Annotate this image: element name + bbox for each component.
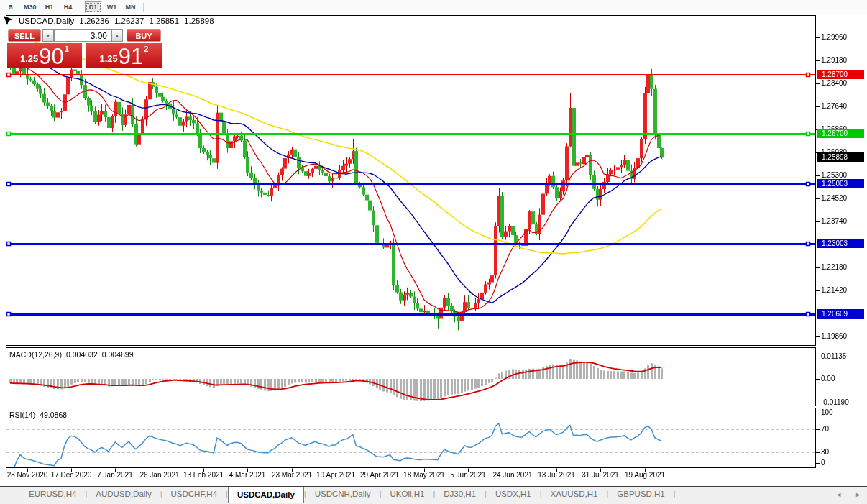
price-level-badge: 1.23003 [817,239,864,248]
macd-name: MACD(12,26,9) [9,350,62,359]
price-level-badge: 1.28700 [817,70,864,79]
chart-tab-ukoil[interactable]: UKOil,H1 [381,487,433,502]
macd-axis-label: -0.01190 [821,398,849,407]
price-axis-label: 1.29960 [821,33,847,42]
sell-price-point: 1 [65,45,69,53]
price-axis-label: 1.22180 [821,263,847,272]
chevron-down-icon: ▼ [46,33,51,38]
price-axis-label: 1.19860 [821,332,847,341]
tab-separator: | [674,487,676,502]
cursor-arrow-icon [3,15,14,27]
buy-price-prefix: 1.25 [100,54,118,63]
price-axis-label: 1.27640 [821,102,847,111]
toolbar-separator [81,3,81,12]
tab-scroll-right-icon[interactable]: ► [855,491,861,498]
volume-decrease-button[interactable]: ▼ [42,29,54,42]
chevron-up-icon: ▲ [115,33,120,38]
buy-price-box[interactable]: 1.25 91 2 [86,43,162,68]
chart-title: USDCAD,Daily 1.26236 1.26237 1.25851 1.2… [19,17,214,25]
chart-tab-usdcnh[interactable]: USDCNH,Daily [306,487,380,502]
tab-scroll-controls: ◄ ► [835,491,861,498]
price-level-badge: 1.20609 [817,309,864,319]
bar-close-value: 1.25898 [184,17,214,25]
trade-panel-top-row: SELL ▼ 3.00 ▲ BUY [7,29,162,42]
chart-tab-dj30[interactable]: DJ30,H1 [435,487,485,502]
chart-tab-bar: EURUSD,H4|AUDUSD,Daily|USDCHF,H4|USDCAD,… [0,487,867,504]
rsi-axis-label: 100 [821,408,833,417]
price-axis-label: 1.23740 [821,217,847,226]
price-axis-label: 1.21420 [821,286,847,295]
chart-canvas[interactable] [0,0,867,504]
rsi-label: RSI(14) 49.0868 [9,411,67,419]
timeframe-button-m30[interactable]: M30 [21,1,40,13]
chart-tab-audusd[interactable]: AUDUSD,Daily [87,487,160,502]
toolbar-separator [143,3,144,12]
rsi-value: 49.0868 [40,411,67,419]
tab-scroll-left-icon[interactable]: ◄ [835,491,842,498]
date-axis-label: 19 Aug 2021 [616,471,674,479]
sell-price-pips: 90 [39,46,63,67]
sell-price-box[interactable]: 1.25 90 1 [7,43,82,68]
sell-price-prefix: 1.25 [20,54,38,63]
chart-symbol-label: USDCAD,Daily [19,17,74,25]
timeframe-button-mn[interactable]: MN [122,1,139,13]
rsi-axis-label: 30 [821,448,829,457]
chart-tab-gbpusd[interactable]: GBPUSD,H1 [608,487,673,502]
trading-workspace: 5M30H1H4D1W1MN USDCAD,Daily 1.26236 1.26… [0,0,867,504]
timeframe-toolbar: 5M30H1H4D1W1MN [0,0,867,14]
volume-input[interactable]: 3.00 [54,29,111,42]
bar-high-value: 1.26237 [114,17,144,25]
rsi-axis-label: 0 [821,459,825,467]
timeframe-button-w1[interactable]: W1 [104,1,121,13]
timeframe-button-d1[interactable]: D1 [85,1,102,13]
price-level-badge: 1.26700 [817,129,864,138]
macd-signal-value: 0.004699 [102,350,134,359]
price-axis-label: 1.24520 [821,194,847,203]
macd-axis-label: 0.00 [821,375,835,383]
chart-tab-usdx[interactable]: USDX,H1 [487,487,540,502]
rsi-name: RSI(14) [9,411,35,419]
timeframe-button-h4[interactable]: H4 [60,1,77,13]
price-axis-label: 1.29180 [821,56,847,65]
chart-tab-usdcad[interactable]: USDCAD,Daily [228,487,304,503]
timeframe-button-h1[interactable]: H1 [41,1,58,13]
timeframe-button-5[interactable]: 5 [2,1,19,13]
sell-button[interactable]: SELL [8,29,41,42]
price-axis-label: 1.28400 [821,79,847,88]
buy-price-point: 2 [144,45,148,53]
price-level-badge: 1.25003 [817,179,864,188]
macd-label: MACD(12,26,9) 0.004032 0.004699 [9,350,134,359]
chart-tab-xauusd[interactable]: XAUUSD,H1 [542,487,607,502]
chart-tab-usdchf[interactable]: USDCHF,H4 [162,487,226,502]
one-click-trade-panel: SELL ▼ 3.00 ▲ BUY 1.25 90 1 1.25 91 2 [7,29,162,68]
rsi-axis-label: 70 [821,425,829,434]
buy-price-pips: 91 [119,46,143,67]
volume-increase-button[interactable]: ▲ [111,29,123,42]
price-level-badge: 1.25898 [817,152,864,162]
chart-tab-eurusd[interactable]: EURUSD,H4 [20,487,85,502]
macd-main-value: 0.004032 [66,350,98,359]
bar-open-value: 1.26236 [79,17,109,25]
bar-low-value: 1.25851 [149,17,179,25]
buy-button[interactable]: BUY [127,29,161,42]
macd-axis-label: 0.01135 [821,352,846,361]
